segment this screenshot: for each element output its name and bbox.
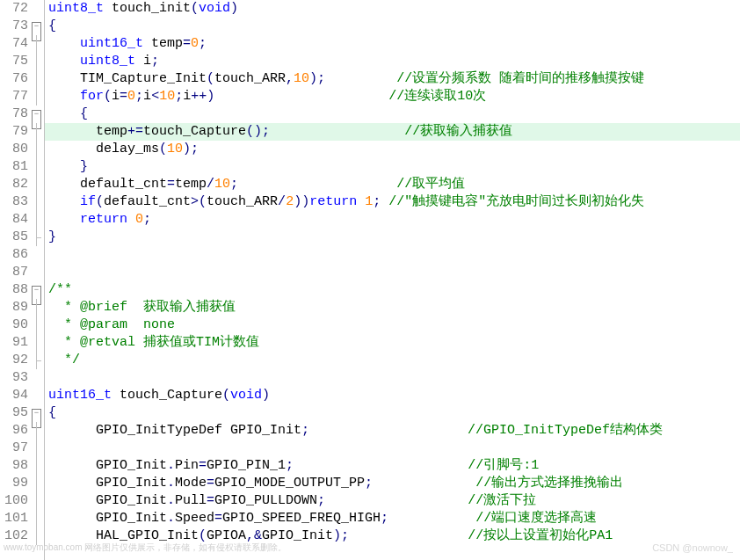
fold-cell <box>30 158 44 176</box>
code-line[interactable]: HAL_GPIO_Init(GPIOA,&GPIO_Init); //按以上设置… <box>45 527 740 545</box>
line-number: 81 <box>0 158 30 176</box>
line-number: 83 <box>0 193 30 211</box>
fold-cell <box>30 229 44 246</box>
fold-cell <box>30 457 44 475</box>
line-number: 96 <box>0 422 30 440</box>
line-number: 95 <box>0 404 30 422</box>
line-number: 94 <box>0 387 30 404</box>
line-number-gutter: 7273747576777879808182838485868788899091… <box>0 0 30 560</box>
fold-cell <box>30 334 44 352</box>
line-number: 85 <box>0 229 30 246</box>
line-number: 76 <box>0 70 30 88</box>
line-number: 98 <box>0 457 30 475</box>
fold-cell <box>30 369 44 387</box>
code-line[interactable]: TIM_Capture_Init(touch_ARR,10); //设置分频系数… <box>45 70 740 88</box>
line-number: 88 <box>0 281 30 299</box>
code-line[interactable] <box>45 264 740 281</box>
line-number: 72 <box>0 0 30 18</box>
line-number: 78 <box>0 105 30 123</box>
code-line[interactable]: for(i=0;i<10;i++) //连续读取10次 <box>45 88 740 105</box>
code-line[interactable]: */ <box>45 352 740 369</box>
fold-cell <box>30 492 44 510</box>
line-number: 89 <box>0 299 30 316</box>
fold-cell <box>30 510 44 527</box>
line-number: 97 <box>0 440 30 457</box>
line-number: 84 <box>0 211 30 229</box>
line-number: 73 <box>0 18 30 35</box>
code-line[interactable]: /** <box>45 281 740 299</box>
code-line[interactable]: temp+=touch_Capture(); //获取输入捕获值 <box>45 123 740 141</box>
fold-cell[interactable]: − <box>30 18 44 35</box>
code-line[interactable]: uint16_t touch_Capture(void) <box>45 387 740 404</box>
fold-cell <box>30 123 44 141</box>
fold-cell <box>30 475 44 492</box>
line-number: 99 <box>0 475 30 492</box>
fold-cell <box>30 0 44 18</box>
fold-cell <box>30 35 44 53</box>
fold-cell <box>30 527 44 545</box>
fold-cell <box>30 422 44 440</box>
fold-cell <box>30 440 44 457</box>
code-line[interactable] <box>45 440 740 457</box>
code-line[interactable]: * @param none <box>45 316 740 334</box>
fold-cell <box>30 70 44 88</box>
code-line[interactable]: * @brief 获取输入捕获值 <box>45 299 740 316</box>
fold-cell <box>30 299 44 316</box>
fold-cell <box>30 387 44 404</box>
code-line[interactable]: { <box>45 18 740 35</box>
code-line[interactable]: } <box>45 158 740 176</box>
fold-cell[interactable]: − <box>30 281 44 299</box>
fold-cell[interactable]: − <box>30 105 44 123</box>
code-line[interactable]: uint8_t i; <box>45 53 740 70</box>
line-number: 92 <box>0 352 30 369</box>
line-number: 77 <box>0 88 30 105</box>
code-area[interactable]: uint8_t touch_init(void){ uint16_t temp=… <box>45 0 740 560</box>
code-line[interactable]: GPIO_Init.Pin=GPIO_PIN_1; //引脚号:1 <box>45 457 740 475</box>
line-number: 91 <box>0 334 30 352</box>
fold-cell <box>30 264 44 281</box>
fold-cell[interactable]: − <box>30 404 44 422</box>
line-number: 100 <box>0 492 30 510</box>
line-number: 93 <box>0 369 30 387</box>
code-line[interactable] <box>45 369 740 387</box>
code-line[interactable]: if(default_cnt>(touch_ARR/2))return 1; /… <box>45 193 740 211</box>
code-line[interactable]: GPIO_InitTypeDef GPIO_Init; //GPIO_InitT… <box>45 422 740 440</box>
fold-cell <box>30 53 44 70</box>
code-line[interactable]: return 0; <box>45 211 740 229</box>
fold-cell <box>30 352 44 369</box>
fold-cell <box>30 141 44 158</box>
code-line[interactable] <box>45 246 740 264</box>
line-number: 86 <box>0 246 30 264</box>
line-number: 80 <box>0 141 30 158</box>
fold-column[interactable]: −−−− <box>30 0 45 560</box>
code-editor[interactable]: 7273747576777879808182838485868788899091… <box>0 0 740 560</box>
code-line[interactable]: uint8_t touch_init(void) <box>45 0 740 18</box>
code-line[interactable]: } <box>45 229 740 246</box>
code-line[interactable]: delay_ms(10); <box>45 141 740 158</box>
code-line[interactable]: default_cnt=temp/10; //取平均值 <box>45 176 740 193</box>
fold-cell <box>30 88 44 105</box>
line-number: 101 <box>0 510 30 527</box>
code-line[interactable]: * @retval 捕获值或TIM计数值 <box>45 334 740 352</box>
code-line[interactable]: GPIO_Init.Mode=GPIO_MODE_OUTPUT_PP; //输出… <box>45 475 740 492</box>
line-number: 79 <box>0 123 30 141</box>
fold-cell <box>30 176 44 193</box>
code-line[interactable]: { <box>45 105 740 123</box>
line-number: 87 <box>0 264 30 281</box>
code-line[interactable]: GPIO_Init.Speed=GPIO_SPEED_FREQ_HIGH; //… <box>45 510 740 527</box>
code-line[interactable]: { <box>45 404 740 422</box>
fold-cell <box>30 193 44 211</box>
line-number: 74 <box>0 35 30 53</box>
fold-cell <box>30 211 44 229</box>
code-line[interactable]: GPIO_Init.Pull=GPIO_PULLDOWN; //激活下拉 <box>45 492 740 510</box>
fold-cell <box>30 316 44 334</box>
code-line[interactable]: uint16_t temp=0; <box>45 35 740 53</box>
line-number: 75 <box>0 53 30 70</box>
fold-cell <box>30 246 44 264</box>
line-number: 102 <box>0 527 30 545</box>
line-number: 82 <box>0 176 30 193</box>
line-number: 90 <box>0 316 30 334</box>
